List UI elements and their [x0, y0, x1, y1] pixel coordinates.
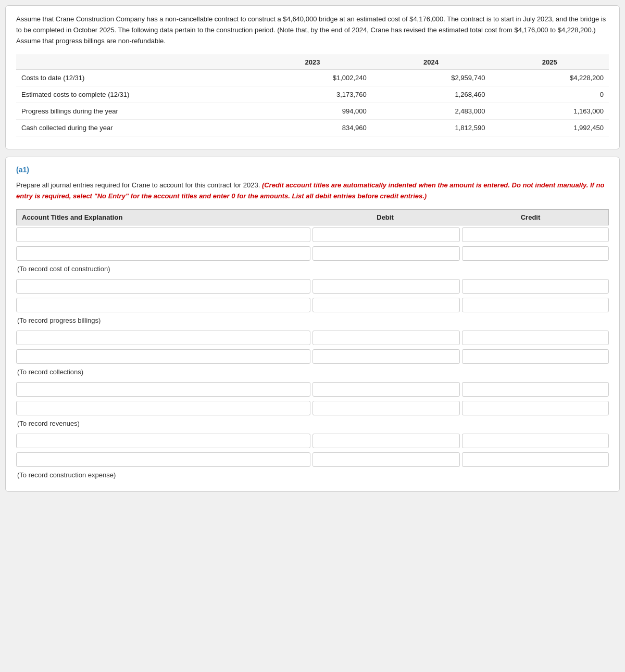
row-2024: $2,959,740 [372, 70, 491, 86]
row-label: Progress billings during the year [16, 103, 253, 120]
section-label: (a1) [16, 166, 609, 174]
table-row: Cash collected during the year 834,960 1… [16, 120, 609, 136]
data-table: 2023 2024 2025 Costs to date (12/31) $1,… [16, 55, 609, 136]
journal-entry-row [16, 450, 609, 469]
debit-input-progress-billings-0[interactable] [312, 279, 460, 294]
journal-entry-row [16, 296, 609, 314]
credit-input-progress-billings-0[interactable] [462, 279, 609, 294]
account-input-construction-cost-0[interactable] [16, 227, 310, 242]
journal-note-collections: (To record collections) [16, 368, 609, 376]
account-input-construction-expense-0[interactable] [16, 434, 310, 448]
debit-input-collections-0[interactable] [312, 331, 460, 345]
debit-input-collections-1[interactable] [312, 349, 460, 364]
debit-input-revenues-1[interactable] [312, 401, 460, 415]
row-label: Estimated costs to complete (12/31) [16, 86, 253, 103]
account-input-construction-expense-1[interactable] [16, 452, 310, 467]
journal-entry-row [16, 225, 609, 244]
row-2023: 994,000 [253, 103, 372, 120]
journal-header: Account Titles and Explanation Debit Cre… [16, 209, 609, 225]
journal-section: Account Titles and Explanation Debit Cre… [16, 209, 609, 479]
account-input-revenues-1[interactable] [16, 401, 310, 415]
table-row: Costs to date (12/31) $1,002,240 $2,959,… [16, 70, 609, 86]
row-2023: 834,960 [253, 120, 372, 136]
journal-entry-row [16, 328, 609, 347]
intro-card: Assume that Crane Construction Company h… [5, 5, 620, 149]
account-input-progress-billings-0[interactable] [16, 279, 310, 294]
account-input-construction-cost-1[interactable] [16, 246, 310, 261]
instructions-prefix: Prepare all journal entries required for… [16, 181, 260, 189]
debit-input-construction-expense-0[interactable] [312, 434, 460, 448]
row-label: Costs to date (12/31) [16, 70, 253, 86]
instructions-block: Prepare all journal entries required for… [16, 180, 609, 202]
journal-col-account: Account Titles and Explanation [22, 213, 312, 221]
intro-paragraph: Assume that Crane Construction Company h… [16, 14, 609, 46]
journal-group-construction-cost: (To record cost of construction) [16, 225, 609, 273]
account-input-collections-0[interactable] [16, 331, 310, 345]
row-2023: $1,002,240 [253, 70, 372, 86]
journal-entry-row [16, 277, 609, 296]
journal-entry-row [16, 380, 609, 399]
row-2025: 0 [490, 86, 609, 103]
credit-input-collections-0[interactable] [462, 331, 609, 345]
table-row: Progress billings during the year 994,00… [16, 103, 609, 120]
row-2024: 1,268,460 [372, 86, 491, 103]
credit-input-collections-1[interactable] [462, 349, 609, 364]
account-input-progress-billings-1[interactable] [16, 298, 310, 312]
row-2023: 3,173,760 [253, 86, 372, 103]
credit-input-construction-expense-0[interactable] [462, 434, 609, 448]
journal-group-construction-expense: (To record construction expense) [16, 432, 609, 479]
journal-note-revenues: (To record revenues) [16, 420, 609, 427]
col-header-2024: 2024 [372, 55, 491, 70]
section-a1-card: (a1) Prepare all journal entries require… [5, 157, 620, 492]
journal-col-credit: Credit [458, 213, 603, 221]
account-input-collections-1[interactable] [16, 349, 310, 364]
credit-input-revenues-0[interactable] [462, 382, 609, 397]
journal-col-debit: Debit [312, 213, 458, 221]
row-2025: $4,228,200 [490, 70, 609, 86]
journal-note-construction-expense: (To record construction expense) [16, 471, 609, 479]
col-header-label [16, 55, 253, 70]
row-label: Cash collected during the year [16, 120, 253, 136]
debit-input-construction-expense-1[interactable] [312, 452, 460, 467]
credit-input-construction-cost-0[interactable] [462, 227, 609, 242]
journal-note-construction-cost: (To record cost of construction) [16, 265, 609, 273]
journal-entry-row [16, 347, 609, 366]
col-header-2023: 2023 [253, 55, 372, 70]
row-2024: 2,483,000 [372, 103, 491, 120]
debit-input-construction-cost-1[interactable] [312, 246, 460, 261]
journal-group-progress-billings: (To record progress billings) [16, 277, 609, 324]
journal-entry-row [16, 432, 609, 450]
journal-note-progress-billings: (To record progress billings) [16, 316, 609, 324]
row-2025: 1,163,000 [490, 103, 609, 120]
account-input-revenues-0[interactable] [16, 382, 310, 397]
credit-input-progress-billings-1[interactable] [462, 298, 609, 312]
debit-input-revenues-0[interactable] [312, 382, 460, 397]
credit-input-revenues-1[interactable] [462, 401, 609, 415]
journal-entry-row [16, 244, 609, 263]
row-2024: 1,812,590 [372, 120, 491, 136]
journal-group-collections: (To record collections) [16, 328, 609, 376]
journal-groups: (To record cost of construction)(To reco… [16, 225, 609, 479]
col-header-2025: 2025 [490, 55, 609, 70]
debit-input-progress-billings-1[interactable] [312, 298, 460, 312]
table-row: Estimated costs to complete (12/31) 3,17… [16, 86, 609, 103]
credit-input-construction-cost-1[interactable] [462, 246, 609, 261]
journal-group-revenues: (To record revenues) [16, 380, 609, 427]
debit-input-construction-cost-0[interactable] [312, 227, 460, 242]
row-2025: 1,992,450 [490, 120, 609, 136]
credit-input-construction-expense-1[interactable] [462, 452, 609, 467]
journal-entry-row [16, 399, 609, 417]
